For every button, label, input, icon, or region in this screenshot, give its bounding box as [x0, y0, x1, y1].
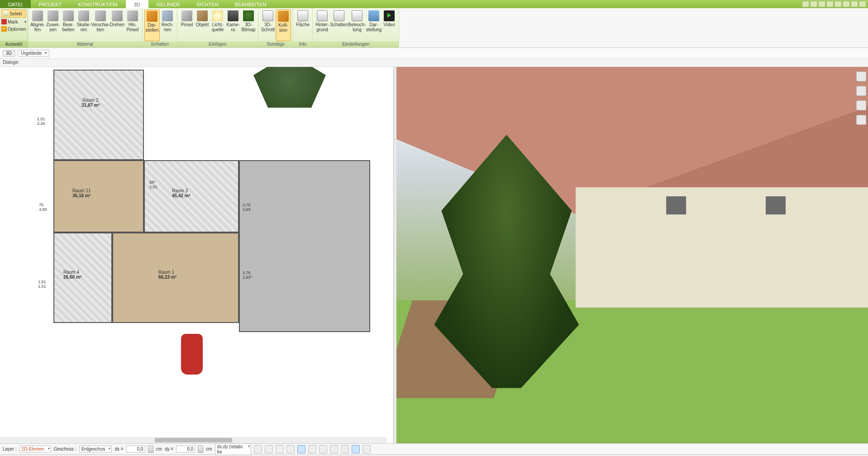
flaeche-button[interactable]: Fläche [295, 10, 310, 41]
car-2d[interactable] [181, 334, 203, 375]
objekt-button[interactable]: Objekt [195, 10, 210, 41]
snap-icon[interactable] [297, 445, 305, 453]
dimension-label: 1,012,26 [37, 117, 45, 126]
hintergrund-button[interactable]: Hinter-grund [315, 10, 330, 41]
3d-scene[interactable] [396, 67, 868, 443]
room-block[interactable]: Raum 231,87 m² [53, 70, 144, 160]
furniture-icon[interactable] [856, 86, 866, 96]
layer-combo[interactable]: Urgelände [18, 50, 49, 57]
menu-tab-3d[interactable]: 3D [126, 0, 148, 8]
mark-tool[interactable]: Mark. ▾ [0, 18, 28, 25]
kollision-button[interactable]: Kolli-sion [276, 10, 291, 41]
floor-label: Geschoss : [54, 446, 76, 451]
lichtquelle-button[interactable]: Licht-quelle [210, 10, 225, 41]
floorplan-canvas[interactable]: Raum 231,87 m² Raum 1136,18 m² Raum 345,… [0, 67, 393, 443]
btn-label: Licht-quelle [212, 22, 224, 32]
tool-icon[interactable] [826, 1, 834, 7]
video-button[interactable]: Video [382, 10, 397, 41]
dx-stepper[interactable] [148, 446, 153, 453]
dy-stepper[interactable] [198, 446, 203, 453]
rechnen-button[interactable]: Rech-nen [160, 10, 175, 41]
snap-icon[interactable] [308, 445, 316, 453]
menu-tab-sichten[interactable]: SICHTEN [188, 0, 226, 8]
room-block[interactable]: Raum 1136,18 m² [53, 160, 144, 233]
brush-icon [181, 10, 192, 21]
help-icon[interactable] [835, 1, 842, 7]
kamera-button[interactable]: Kame-ra [225, 10, 241, 41]
darstellen-button[interactable]: Dar-stellen [144, 10, 160, 41]
floorplan-pane[interactable]: Raum 231,87 m² Raum 1136,18 m² Raum 345,… [0, 67, 394, 443]
room-label: Raum 426,60 m² [63, 270, 81, 280]
room-label: Raum 166,23 m² [158, 270, 176, 280]
select-tool[interactable]: Selekt [1, 10, 26, 18]
scale-icon [78, 10, 89, 21]
north-icon[interactable] [352, 445, 360, 453]
floor-select[interactable]: Erdgeschos [79, 446, 112, 452]
flag-icon [1, 19, 7, 24]
options-tool[interactable]: + Optionen [0, 25, 28, 33]
brush-icon [127, 10, 138, 21]
group-label: Sonstige [258, 41, 293, 48]
btn-label: Rech-nen [162, 22, 174, 32]
dimension-label: 2,762,63⁵ [243, 271, 253, 280]
menu-tab-gelaende[interactable]: GELÄNDE [148, 0, 189, 8]
abgreifen-button[interactable]: Abgrei-fen [30, 10, 45, 41]
horizontal-scrollbar[interactable] [0, 437, 387, 443]
room-block[interactable]: Raum 426,60 m² [53, 233, 112, 323]
bottom-toolbar: Layer : 2D-Elemen Geschoss : Erdgeschos … [0, 443, 868, 454]
room-block[interactable]: Raum 166,23 m² [112, 233, 239, 323]
maximize-icon[interactable] [851, 1, 858, 7]
bearbeiten-button[interactable]: Bear-beiten [61, 10, 76, 41]
mode-select[interactable]: dx,dy (relativ ka [215, 443, 251, 455]
menu-tab-datei[interactable]: DATEI [0, 0, 31, 8]
hinpinsel-button[interactable]: Hin.Pinsel [125, 10, 140, 41]
btn-label: Drehen [110, 22, 125, 27]
info-icon[interactable] [362, 445, 371, 453]
menu-tab-bearbeiten[interactable]: BEARBEITEN [227, 0, 275, 8]
tool-icon[interactable] [818, 1, 825, 7]
close-icon[interactable] [859, 1, 866, 7]
tree-2d[interactable] [253, 67, 326, 108]
layer-select[interactable]: 2D-Elemen [19, 446, 51, 452]
drehen-button[interactable]: Drehen [110, 10, 125, 41]
darstellung-button[interactable]: Dar-stellung [366, 10, 382, 41]
cube-icon [147, 11, 157, 22]
snap-icon[interactable] [265, 445, 273, 453]
snap-icon[interactable] [286, 445, 295, 453]
menu-tab-konstruktion[interactable]: KONSTRUKTION [70, 0, 125, 8]
snap-icon[interactable] [276, 445, 284, 453]
btn-label: Beleuch-tung [348, 22, 366, 32]
room-block[interactable]: Raum 345,42 m² [144, 160, 239, 233]
grid-icon[interactable] [330, 445, 338, 453]
house-icon [317, 10, 328, 21]
scroll-thumb[interactable] [155, 438, 232, 442]
chevron-down-icon: ▾ [24, 20, 26, 24]
tool-icon[interactable] [810, 1, 817, 7]
wall-3d [576, 187, 868, 308]
grid-icon[interactable] [341, 445, 349, 453]
pinsel-button[interactable]: Pinsel [179, 10, 195, 41]
3d-bitmap-button[interactable]: 3D-Bitmap [241, 10, 256, 41]
btn-label: 3D-Bitmap [241, 22, 255, 32]
tree-icon[interactable] [856, 115, 866, 125]
menu-tab-projekt[interactable]: PROJEKT [31, 0, 70, 8]
3d-view-pane[interactable] [396, 67, 868, 443]
zuweisen-button[interactable]: Zuwei-sen [45, 10, 61, 41]
snap-icon[interactable] [319, 445, 327, 453]
rotate-icon [112, 10, 123, 21]
layers-icon[interactable] [856, 71, 866, 81]
house-icon [352, 10, 362, 21]
schatten-button[interactable]: Schatten [330, 10, 348, 41]
skalieren-button[interactable]: Skalie-ren [76, 10, 91, 41]
patio-block[interactable] [239, 160, 370, 332]
minimize-icon[interactable] [843, 1, 850, 7]
verschieben-button[interactable]: Verschie-ben [91, 10, 110, 41]
palette-icon[interactable] [856, 100, 866, 110]
beleuchtung-button[interactable]: Beleuch-tung [348, 10, 366, 41]
btn-label: Bear-beiten [62, 22, 74, 32]
dx-input[interactable]: 0,0 [126, 446, 145, 452]
clock-icon[interactable] [254, 445, 262, 453]
3d-schnitt-button[interactable]: 3D-Schnitt [260, 10, 276, 41]
dy-input[interactable]: 0,0 [176, 446, 195, 452]
tool-icon[interactable] [802, 1, 809, 7]
